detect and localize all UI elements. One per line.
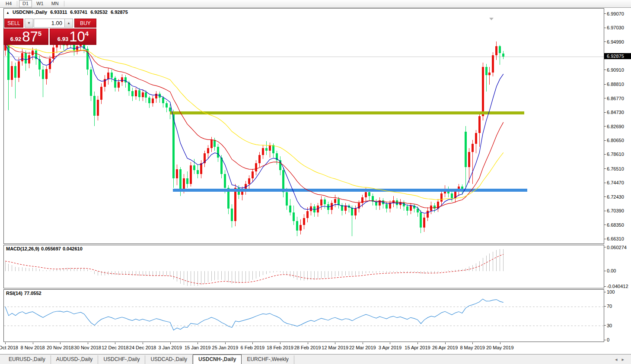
ohlc-close: 6.92875 <box>111 9 128 15</box>
rsi-axis-tick <box>604 340 606 340</box>
timeframe-button-w1[interactable]: W1 <box>33 0 47 7</box>
price-axis-tick <box>604 112 606 113</box>
date-axis-tick <box>225 342 226 344</box>
rsi-label: RSI(14)77.0552 <box>6 291 43 296</box>
buy-price-box[interactable]: 6.93 10 4 <box>50 28 96 45</box>
macd-main-value: 0.055697 <box>41 246 61 251</box>
timeframe-button-mn[interactable]: MN <box>48 0 62 7</box>
price-axis-tick <box>604 225 606 225</box>
chart-tab-usdcad[interactable]: USDCAD-,Daily <box>145 355 193 364</box>
date-axis-label: 12 Mar 2019 <box>322 345 348 350</box>
price-axis-label: 6.68350 <box>607 222 624 228</box>
chart-tab-bar: EURUSD-,DailyAUDUSD-,DailyUSDCHF-,DailyU… <box>0 354 631 364</box>
macd-chart[interactable] <box>4 245 604 288</box>
tab-scroll-right-icon[interactable]: ▸ <box>621 357 628 362</box>
price-axis-label: 6.80650 <box>607 138 624 143</box>
rsi-indicator-pane[interactable]: RSI(14)77.0552 <box>3 289 604 342</box>
price-axis-label: 6.76510 <box>607 166 624 171</box>
chart-tab-eurusd[interactable]: EURUSD-,Daily <box>3 355 51 364</box>
volume-decrease-button[interactable]: ▼ <box>25 19 33 28</box>
buy-price-sup: 4 <box>85 30 89 37</box>
macd-label: MACD(12,26,9)0.0556970.042610 <box>6 246 84 251</box>
date-axis-label: 3 Jan 2019 <box>158 345 182 350</box>
price-axis-label: 6.78610 <box>607 152 624 157</box>
price-axis-label: 6.74470 <box>607 180 624 185</box>
ohlc-high: 6.93741 <box>70 9 87 15</box>
price-axis[interactable]: 6.92875 6.990706.970306.949906.909106.88… <box>604 8 631 342</box>
volume-input[interactable] <box>34 19 65 28</box>
collapse-icon[interactable]: ▲ <box>6 11 10 15</box>
date-axis-label: 26 Apr 2019 <box>432 345 458 350</box>
chart-tab-eurchf[interactable]: EURCHF-,Weekly <box>242 355 294 364</box>
price-axis-tick <box>604 41 606 42</box>
date-axis-tick <box>88 342 88 344</box>
date-axis-tick <box>60 342 61 344</box>
date-axis-tick <box>363 342 363 344</box>
chart-tab-usdcnh[interactable]: USDCNH-,Daily <box>193 355 242 364</box>
price-axis-label: 6.97030 <box>607 25 624 30</box>
date-axis-tick <box>390 342 390 344</box>
price-axis-tick <box>604 183 606 183</box>
date-axis-label: 12 Dec 2018 <box>102 345 128 350</box>
price-axis-tick <box>604 13 606 14</box>
date-axis-label: 29 Oct 2018 <box>0 345 18 350</box>
price-axis-label: 6.90910 <box>607 67 624 73</box>
ohlc-open: 6.93311 <box>50 9 67 15</box>
current-price-badge: 6.92875 <box>604 53 631 59</box>
date-axis-tick <box>252 342 253 344</box>
price-axis-tick <box>604 140 606 141</box>
date-axis-label: 3 Apr 2019 <box>379 345 402 350</box>
date-axis-label: 15 Jan 2019 <box>185 345 211 350</box>
date-axis-label: 18 Feb 2019 <box>267 345 293 350</box>
macd-indicator-pane[interactable]: MACD(12,26,9)0.0556970.042610 <box>3 245 604 288</box>
rsi-axis-tick <box>604 292 606 292</box>
rsi-axis-label: 30 <box>607 323 612 328</box>
date-axis[interactable]: 29 Oct 20188 Nov 201820 Nov 201830 Nov 2… <box>0 342 631 354</box>
tab-scroll-arrows: ◂▸ <box>615 357 628 362</box>
chart-tab-audusd[interactable]: AUDUSD-,Daily <box>51 355 99 364</box>
rsi-name: RSI(14) <box>6 291 22 296</box>
timeframe-button-d1[interactable]: D1 <box>19 0 32 7</box>
date-axis-tick <box>33 342 33 344</box>
price-axis-label: 6.99070 <box>607 11 624 16</box>
price-axis-label: 6.82690 <box>607 124 624 129</box>
rsi-axis-label: 70 <box>607 304 612 309</box>
date-axis-tick <box>445 342 446 344</box>
volume-decrease-icon: ▼ <box>27 21 31 25</box>
date-axis-label: 22 Mar 2019 <box>349 345 376 350</box>
date-axis-label: 8 May 2019 <box>460 345 484 350</box>
chart-tab-usdchf[interactable]: USDCHF-,Daily <box>98 355 145 364</box>
rsi-axis-label: 0 <box>607 337 609 342</box>
macd-axis-tick <box>604 286 606 287</box>
price-axis-tick <box>604 154 606 155</box>
chart-title: ▲ USDCNH-,Daily 6.93311 6.93741 6.92532 … <box>6 9 130 15</box>
sell-price-box[interactable]: 6.92 87 5 <box>3 28 48 45</box>
date-axis-label: 20 May 2019 <box>486 345 514 350</box>
sell-price-small: 6.92 <box>10 36 21 42</box>
rsi-chart[interactable] <box>4 290 604 342</box>
price-axis-label: 6.70390 <box>607 208 624 213</box>
volume-increase-button[interactable]: ▲ <box>64 19 73 28</box>
sell-price-sup: 5 <box>38 30 41 37</box>
date-axis-label: 24 Dec 2018 <box>129 345 156 350</box>
buy-button[interactable]: BUY <box>74 19 96 28</box>
toolbar-separator <box>17 1 17 6</box>
rsi-axis-tick <box>604 306 606 307</box>
date-axis-label: 15 Apr 2019 <box>405 345 430 350</box>
macd-name: MACD(12,26,9) <box>6 246 39 251</box>
price-axis-tick <box>604 84 606 85</box>
price-axis-tick <box>604 239 606 239</box>
macd-axis-label: -0.040412 <box>607 284 628 289</box>
date-axis-label: 20 Nov 2018 <box>47 345 73 350</box>
date-axis-tick <box>335 342 335 344</box>
price-axis-label: 6.72430 <box>607 194 624 199</box>
sell-button[interactable]: SELL <box>4 19 23 28</box>
ohlc-low: 6.92532 <box>90 9 108 15</box>
timeframe-button-h4[interactable]: H4 <box>2 0 15 7</box>
price-axis-tick <box>604 28 606 28</box>
rsi-axis-label: 100 <box>607 289 615 294</box>
tab-scroll-left-icon[interactable]: ◂ <box>615 357 622 362</box>
price-axis-label: 6.66310 <box>607 236 624 241</box>
date-axis-tick <box>472 342 473 344</box>
date-axis-label: 28 Feb 2019 <box>294 345 321 350</box>
